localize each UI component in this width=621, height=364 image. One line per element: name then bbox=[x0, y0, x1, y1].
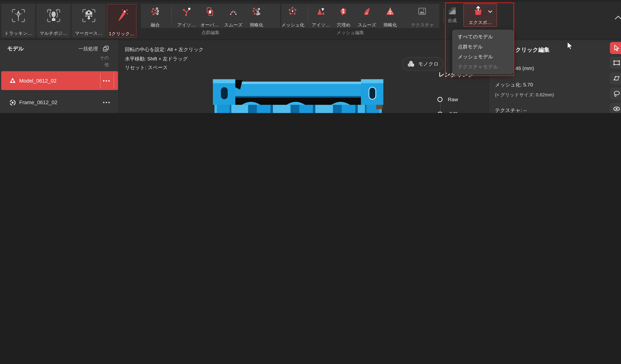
scan-mode-label: 1クリック… bbox=[107, 31, 136, 37]
mesh-model-icon bbox=[9, 77, 17, 85]
compose-button[interactable]: 合成 bbox=[441, 6, 463, 16]
app-window: トラッキン… マルチポジ… マーカース… bbox=[0, 0, 621, 113]
radio-connector bbox=[440, 103, 440, 113]
model-row-selected[interactable]: Model_0612_02 ••• bbox=[1, 71, 118, 90]
export-dropdown-menu: すべてのモデル 点群モデル メッシュモデル テクスチャモデル bbox=[452, 30, 514, 74]
sidebar-title: モデル bbox=[7, 45, 24, 52]
monochrome-icon bbox=[407, 60, 415, 68]
lasso-select-icon bbox=[613, 90, 621, 98]
isolated-points-icon bbox=[181, 6, 192, 17]
button-label: 簡略化 bbox=[379, 22, 401, 28]
one-click-edit-icon bbox=[114, 8, 129, 23]
texture-group: テクスチャ bbox=[405, 4, 439, 28]
button-label: 穴埋め bbox=[332, 22, 355, 28]
texture-icon bbox=[417, 6, 427, 17]
button-label: オーバ… bbox=[198, 22, 221, 28]
model-more-button[interactable]: ••• bbox=[103, 100, 111, 105]
viewport[interactable]: 回転の中心を設定: Alt + 左クリック 水平移動: Shift + 左ドラッ… bbox=[119, 40, 489, 113]
overlap-points-button[interactable]: オーバ… bbox=[198, 6, 221, 17]
frame-icon bbox=[9, 99, 17, 106]
model-more-button[interactable]: ••• bbox=[103, 78, 111, 84]
mesh-icon bbox=[287, 6, 298, 17]
overlap-points-icon bbox=[205, 6, 215, 17]
isolated-mesh-icon bbox=[316, 6, 326, 17]
batch-icon[interactable] bbox=[103, 45, 109, 52]
smooth-mesh-button[interactable]: スムーズ bbox=[356, 6, 378, 17]
scan-mode-tracking[interactable]: トラッキン… bbox=[1, 4, 35, 38]
simplify-points-icon bbox=[251, 6, 262, 17]
marker-scanner-icon bbox=[81, 8, 96, 23]
collapse-ribbon-icon[interactable] bbox=[614, 15, 621, 20]
mesh-value: メッシュ化: 5.70 bbox=[495, 82, 533, 88]
disc-select-button[interactable] bbox=[610, 103, 621, 113]
mesh-edit-group: メッシュ化 アイソ… 穴埋め bbox=[281, 4, 419, 28]
compose-icon bbox=[447, 6, 457, 16]
simplify-mesh-icon bbox=[385, 6, 395, 17]
scan-mode-marker[interactable]: マーカース… bbox=[72, 4, 106, 38]
polygon-select-button[interactable] bbox=[610, 72, 621, 84]
button-label: 簡略化 bbox=[245, 22, 268, 28]
export-icon bbox=[472, 5, 484, 17]
one-click-edit-button[interactable]: 1クリック… bbox=[107, 4, 136, 38]
viewport-hint: 水平移動: Shift + 左ドラッグ bbox=[125, 56, 188, 62]
mesh-edit-group-label: メッシュ編集 bbox=[281, 30, 419, 35]
button-label: 融合 bbox=[144, 22, 166, 28]
simplify-points-button[interactable]: 簡略化 bbox=[245, 6, 268, 17]
radio-pointcloud-label[interactable]: 点群 bbox=[448, 111, 458, 113]
model-row[interactable]: Frame_0612_02 ••• bbox=[1, 92, 118, 112]
cursor-select-button[interactable] bbox=[610, 42, 621, 54]
grid-size-note: (≈ グリッドサイズ: 0.62mm) bbox=[495, 92, 554, 98]
monochrome-label: モノクロ bbox=[418, 61, 439, 68]
hole-fill-button[interactable]: 穴埋め bbox=[332, 6, 355, 17]
hole-fill-icon bbox=[339, 6, 349, 17]
multi-position-icon bbox=[46, 8, 61, 23]
tracking-scanner-icon bbox=[11, 8, 26, 23]
model-name: Model_0612_02 bbox=[19, 78, 56, 84]
mouse-cursor bbox=[566, 42, 574, 51]
radio-pointcloud[interactable] bbox=[437, 111, 443, 113]
button-label: メッシュ化 bbox=[281, 22, 304, 28]
scanned-model-view[interactable] bbox=[212, 78, 384, 113]
isolated-mesh-button[interactable]: アイソ… bbox=[310, 6, 332, 17]
mesh-button[interactable]: メッシュ化 bbox=[281, 6, 304, 17]
monochrome-toggle[interactable]: モノクロ bbox=[402, 57, 443, 71]
radio-raw-label[interactable]: Raw bbox=[448, 96, 458, 102]
fusion-value: 46 (mm) bbox=[516, 66, 534, 71]
smooth-points-icon bbox=[228, 6, 239, 17]
rect-select-button[interactable] bbox=[610, 57, 621, 69]
smooth-points-button[interactable]: スムーズ bbox=[222, 6, 244, 17]
rect-select-icon bbox=[613, 59, 621, 67]
button-label: エクスポ… bbox=[464, 20, 497, 26]
menu-item-pointcloud-model[interactable]: 点群モデル bbox=[452, 42, 514, 52]
disc-select-icon bbox=[613, 105, 621, 113]
cursor-select-icon bbox=[613, 44, 621, 52]
menu-item-mesh-model[interactable]: メッシュモデル bbox=[452, 52, 514, 62]
scan-mode-label: トラッキン… bbox=[1, 30, 35, 36]
fusion-icon bbox=[150, 6, 160, 17]
menu-item-texture-model[interactable]: テクスチャモデル bbox=[452, 62, 514, 72]
isolated-points-button[interactable]: アイソ… bbox=[175, 6, 198, 17]
radio-raw[interactable] bbox=[437, 97, 443, 102]
smooth-mesh-icon bbox=[362, 6, 372, 17]
lasso-select-button[interactable] bbox=[610, 88, 621, 100]
button-label: テクスチャ bbox=[411, 22, 433, 28]
button-label: スムーズ bbox=[356, 22, 378, 28]
model-name: Frame_0612_02 bbox=[19, 100, 57, 105]
export-button[interactable]: エクスポ… bbox=[463, 4, 497, 27]
menu-item-all-models[interactable]: すべてのモデル bbox=[452, 32, 514, 42]
batch-process-label: 一括処理 bbox=[78, 46, 98, 52]
batch-process-button[interactable]: 一括処理 bbox=[78, 46, 98, 52]
scan-mode-label: マルチポジ… bbox=[36, 30, 70, 36]
viewport-hint: リセット: スペース bbox=[125, 65, 168, 71]
texture-button[interactable]: テクスチャ bbox=[411, 6, 433, 17]
scan-mode-multi-position[interactable]: マルチポジ… bbox=[36, 4, 70, 38]
scan-mode-label: マーカース… bbox=[72, 30, 106, 36]
button-label: アイソ… bbox=[310, 22, 332, 28]
top-toolbar: トラッキン… マルチポジ… マーカース… bbox=[0, 0, 621, 40]
others-label[interactable]: その他 bbox=[99, 54, 109, 68]
fusion-button[interactable]: 融合 bbox=[144, 6, 166, 17]
texture-value: テクスチャ: -- bbox=[495, 107, 527, 113]
chevron-down-icon bbox=[488, 10, 493, 13]
viewport-hint: 回転の中心を設定: Alt + 左クリック bbox=[125, 46, 204, 53]
simplify-mesh-button[interactable]: 簡略化 bbox=[379, 6, 401, 17]
